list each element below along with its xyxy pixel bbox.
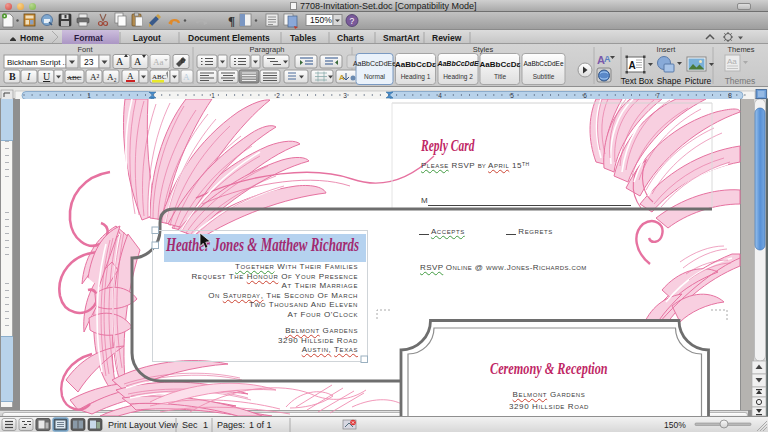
svg-text:A: A <box>127 71 134 81</box>
svg-text:Text Box: Text Box <box>621 76 654 86</box>
svg-text:3: 3 <box>343 92 347 99</box>
svg-text:ABC: ABC <box>152 73 167 81</box>
svg-text:Pages:: Pages: <box>217 420 245 430</box>
svg-text:Document Elements: Document Elements <box>188 33 270 43</box>
svg-text:A: A <box>629 60 636 71</box>
svg-text:Shape: Shape <box>657 76 682 86</box>
svg-text:Themes: Themes <box>725 76 756 86</box>
svg-text:ABC: ABC <box>67 74 82 82</box>
svg-text:AaBbCcDɛ: AaBbCcDɛ <box>395 60 436 69</box>
svg-text:Styles: Styles <box>473 45 494 54</box>
svg-text:5: 5 <box>510 92 514 99</box>
svg-text:Subtitle: Subtitle <box>533 73 555 80</box>
svg-text:Paragraph: Paragraph <box>249 45 284 54</box>
svg-text:Font: Font <box>77 45 93 54</box>
svg-text:A: A <box>116 56 124 67</box>
svg-text:Aa: Aa <box>727 57 737 66</box>
svg-text:Layout: Layout <box>133 33 161 43</box>
svg-text:Charts: Charts <box>337 33 364 43</box>
svg-text:AaBbCcDɛ: AaBbCcDɛ <box>480 60 521 69</box>
svg-text:Print Layout View: Print Layout View <box>108 420 178 430</box>
svg-text:4: 4 <box>438 92 442 99</box>
svg-text:Review: Review <box>432 33 462 43</box>
svg-text:?: ? <box>350 16 355 26</box>
svg-text:Heading 2: Heading 2 <box>443 73 473 81</box>
svg-text:B: B <box>9 71 16 82</box>
svg-text:A: A <box>183 72 190 82</box>
svg-text:AaBbCcDdE: AaBbCcDdE <box>436 60 479 67</box>
svg-text:Insert: Insert <box>657 45 677 54</box>
svg-text:b: b <box>181 57 185 64</box>
svg-text:Home: Home <box>20 33 44 43</box>
svg-text:8: 8 <box>728 92 732 99</box>
svg-text:Aa: Aa <box>153 57 164 67</box>
svg-text:A²: A² <box>90 72 99 82</box>
svg-text:AaBbCcDdEe: AaBbCcDdEe <box>353 60 396 67</box>
svg-text:150%: 150% <box>664 420 686 430</box>
svg-text:¶: ¶ <box>228 13 235 28</box>
svg-text:I: I <box>26 71 31 82</box>
svg-text:A: A <box>604 54 611 64</box>
svg-text:Bickham Script ...: Bickham Script ... <box>7 58 69 67</box>
svg-text:6: 6 <box>583 92 587 99</box>
svg-text:Format: Format <box>74 33 103 43</box>
svg-text:2: 2 <box>276 92 280 99</box>
svg-text:7: 7 <box>656 92 660 99</box>
svg-text:1: 1 <box>211 92 215 99</box>
svg-text:Picture: Picture <box>685 76 712 86</box>
svg-text:U: U <box>43 71 51 82</box>
svg-text:A: A <box>134 56 142 67</box>
svg-text:AaBbCcDdEe: AaBbCcDdEe <box>523 60 563 67</box>
svg-text:23: 23 <box>84 57 94 67</box>
svg-text:SmartArt: SmartArt <box>383 33 420 43</box>
svg-text:Sec: Sec <box>182 420 198 430</box>
svg-text:1 of 1: 1 of 1 <box>249 420 272 430</box>
svg-text:1: 1 <box>203 420 208 430</box>
svg-text:1: 1 <box>87 92 91 99</box>
svg-text:150%: 150% <box>310 15 332 25</box>
svg-text:Heading 1: Heading 1 <box>401 73 431 81</box>
svg-text:Tables: Tables <box>290 33 317 43</box>
svg-text:A₂: A₂ <box>107 72 117 82</box>
svg-text:Themes: Themes <box>727 45 754 54</box>
svg-text:Normal: Normal <box>364 73 386 80</box>
svg-text:Title: Title <box>494 73 506 80</box>
